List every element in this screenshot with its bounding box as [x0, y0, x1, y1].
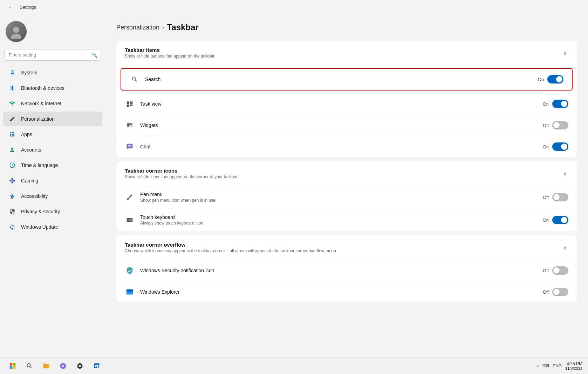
sidebar-item-label: System — [21, 70, 97, 75]
setting-row-search: Search On — [121, 69, 572, 90]
taskbar-right: ∧ ⌨ ENG 4:25 PM 11/8/2021 — [536, 361, 582, 370]
toggle-label: On — [543, 218, 549, 223]
taskview-toggle[interactable] — [552, 100, 568, 108]
toggle-label: On — [543, 144, 549, 149]
taskbar-time: 4:25 PM — [567, 361, 582, 366]
sidebar-item-label: Gaming — [21, 178, 97, 183]
search-input[interactable] — [4, 49, 101, 61]
clock[interactable]: ENG — [553, 363, 562, 368]
bluetooth-icon — [8, 84, 16, 92]
apps-icon — [8, 131, 16, 138]
setting-row-pen-menu: Pen menu Show pen menu icon when pen is … — [116, 186, 577, 209]
sidebar-item-apps[interactable]: Apps — [3, 127, 102, 142]
sidebar-search-container: 🔍 — [4, 49, 101, 61]
sidebar-item-update[interactable]: Windows Update — [3, 220, 102, 234]
setting-name: Chat — [140, 144, 537, 149]
section-corner-overflow-header: Taskbar corner overflow Choose which ico… — [116, 235, 577, 260]
win-security-icon — [125, 266, 135, 275]
file-explorer-button[interactable] — [39, 359, 53, 373]
sidebar-item-time[interactable]: Time & language — [3, 158, 102, 173]
setting-name: Touch keyboard — [140, 214, 537, 220]
taskbar: ∧ ⌨ ENG 4:25 PM 11/8/2021 — [0, 357, 588, 374]
taskbar-search-button[interactable] — [22, 359, 36, 373]
svg-point-0 — [13, 27, 19, 33]
toggle-label: Off — [543, 123, 549, 128]
taskbar-date: 11/8/2021 — [565, 366, 582, 370]
section-taskbar-items-header: Taskbar items Show or hide buttons that … — [116, 41, 577, 65]
app-title: Settings — [20, 5, 36, 10]
user-avatar-area — [0, 17, 105, 49]
start-button[interactable] — [6, 359, 20, 373]
sidebar-item-bluetooth[interactable]: Bluetooth & devices — [3, 81, 102, 95]
chat-button[interactable] — [56, 359, 70, 373]
section-taskbar-items: Taskbar items Show or hide buttons that … — [116, 41, 577, 157]
section-corner-icons: Taskbar corner icons Show or hide icons … — [116, 161, 577, 231]
pen-menu-icon — [125, 192, 135, 202]
setting-row-chat: Chat On — [116, 136, 577, 157]
date-time[interactable]: 4:25 PM 11/8/2021 — [565, 361, 582, 370]
sidebar-item-system[interactable]: 🖥 System — [3, 65, 102, 80]
taskview-icon — [125, 99, 135, 109]
svg-rect-5 — [10, 363, 13, 366]
setting-desc: Always show touch keyboard icon — [140, 221, 537, 226]
keyboard-sys-icon[interactable]: ⌨ — [541, 362, 551, 370]
setting-name: Search — [145, 76, 532, 82]
setting-name: Windows Security notification icon — [140, 268, 537, 273]
sidebar-item-privacy[interactable]: Privacy & security — [3, 204, 102, 219]
win-explorer-toggle[interactable] — [552, 288, 568, 296]
sidebar-item-label: Bluetooth & devices — [21, 85, 97, 91]
breadcrumb-separator: › — [162, 24, 164, 31]
titlebar: ← Settings — [0, 0, 588, 14]
avatar[interactable] — [6, 21, 27, 42]
main-layout: 🔍 🖥 System Bluetooth & devices Network &… — [0, 14, 588, 357]
page-title: Taskbar — [167, 22, 198, 32]
personalization-icon — [8, 115, 16, 123]
sidebar-item-label: Time & language — [21, 162, 97, 168]
avatar-icon — [9, 25, 23, 39]
sidebar-item-label: Network & internet — [21, 101, 97, 106]
sidebar-item-network[interactable]: Network & internet — [3, 96, 102, 111]
system-icon: 🖥 — [8, 69, 16, 76]
back-button[interactable]: ← — [6, 2, 15, 12]
setting-row-taskview: Task view On — [116, 93, 577, 115]
toggle-label: Off — [543, 268, 549, 273]
sidebar-item-personalization[interactable]: Personalization — [3, 112, 102, 126]
setting-row-touch-keyboard: Touch keyboard Always show touch keyboar… — [116, 209, 577, 231]
sidebar-item-accessibility[interactable]: Accessibility — [3, 189, 102, 203]
svg-point-1 — [11, 34, 21, 39]
setting-name: Widgets — [140, 122, 537, 128]
keyboard-icon — [125, 215, 135, 225]
search-toggle[interactable] — [547, 75, 563, 84]
section-corner-overflow: Taskbar corner overflow Choose which ico… — [116, 235, 577, 302]
system-tray-chevron[interactable]: ∧ — [536, 364, 539, 368]
sidebar: 🔍 🖥 System Bluetooth & devices Network &… — [0, 14, 105, 357]
toggle-label: Off — [543, 289, 549, 295]
setting-desc: Show pen menu icon when pen is in use — [140, 198, 537, 203]
widgets-toggle[interactable] — [552, 121, 568, 129]
collapse-button[interactable]: ∧ — [562, 243, 568, 252]
breadcrumb[interactable]: Personalization — [116, 24, 159, 31]
touch-keyboard-toggle[interactable] — [552, 216, 568, 224]
store-button[interactable] — [90, 359, 104, 373]
settings-taskbar-button[interactable] — [73, 359, 87, 373]
sidebar-item-label: Personalization — [21, 116, 97, 122]
setting-name: Windows Explorer — [140, 289, 537, 295]
collapse-button[interactable]: ∧ — [562, 169, 568, 178]
collapse-button[interactable]: ∧ — [562, 49, 568, 57]
sidebar-item-gaming[interactable]: Gaming — [3, 173, 102, 188]
chat-toggle[interactable] — [552, 142, 568, 151]
setting-row-win-security: Windows Security notification icon Off — [116, 260, 577, 281]
toggle-label: On — [543, 101, 549, 107]
taskbar-left — [6, 359, 104, 373]
section-title: Taskbar corner overflow — [125, 242, 336, 248]
page-header: Personalization › Taskbar — [116, 22, 577, 32]
toggle-label: Off — [543, 195, 549, 200]
section-title: Taskbar items — [125, 47, 214, 53]
pen-menu-toggle[interactable] — [552, 193, 568, 201]
sidebar-item-accounts[interactable]: Accounts — [3, 142, 102, 157]
setting-row-widgets: Widgets Off — [116, 115, 577, 136]
network-icon — [8, 100, 16, 107]
win-security-toggle[interactable] — [552, 266, 568, 275]
chat-icon — [125, 142, 135, 152]
section-desc: Choose which icons may appear in the tas… — [125, 248, 336, 253]
